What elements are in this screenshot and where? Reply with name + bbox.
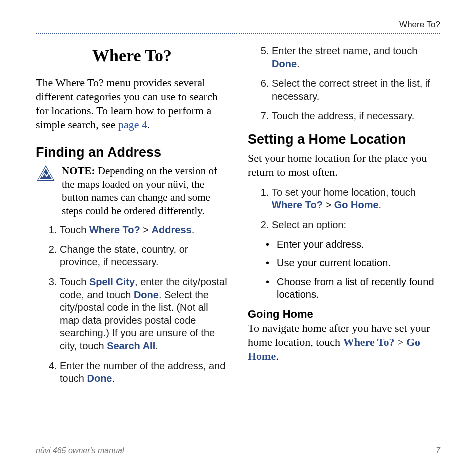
- content-columns: Where To? The Where To? menu provides se…: [36, 45, 440, 430]
- home-options: Enter your address. Use your current loc…: [248, 238, 440, 301]
- page: Where To? Where To? The Where To? menu p…: [36, 0, 440, 476]
- chapter-title: Where To?: [36, 45, 228, 67]
- home-steps: To set your home location, touch Where T…: [248, 186, 440, 232]
- finding-address-steps-cont: Enter the street name, and touch Done. S…: [248, 45, 440, 123]
- note-block: NOTE: Depending on the version of the ma…: [36, 164, 228, 218]
- intro-paragraph: The Where To? menu provides several diff…: [36, 76, 228, 132]
- step-6: Select the correct street in the list, i…: [272, 77, 440, 103]
- cmd-search-all: Search All: [107, 340, 155, 351]
- note-label: NOTE:: [62, 165, 95, 177]
- step-4: Enter the number of the address, and tou…: [60, 360, 228, 385]
- running-header: Where To?: [36, 0, 440, 34]
- step-2: Change the state, country, or province, …: [60, 243, 228, 269]
- column-right: Enter the street name, and touch Done. S…: [248, 45, 440, 430]
- going-home-paragraph: To navigate home after you have set your…: [248, 321, 440, 363]
- column-left: Where To? The Where To? menu provides se…: [36, 45, 228, 430]
- cmd-done: Done: [272, 58, 297, 69]
- step-3: Touch Spell City, enter the city/postal …: [60, 276, 228, 353]
- cmd-done: Done: [87, 373, 112, 384]
- cmd-go-home: Go Home: [334, 199, 379, 210]
- heading-going-home: Going Home: [248, 307, 440, 321]
- step-7: Touch the address, if necessary.: [272, 110, 440, 123]
- cmd-where-to: Where To?: [89, 224, 140, 235]
- heading-setting-home: Setting a Home Location: [248, 131, 440, 148]
- option-recent-list: Choose from a list of recently found loc…: [277, 276, 440, 301]
- page-number: 7: [436, 446, 440, 455]
- step-1: Touch Where To? > Address.: [60, 224, 228, 237]
- note-text: NOTE: Depending on the version of the ma…: [62, 164, 228, 218]
- home-step-2: Select an option:: [272, 219, 440, 232]
- home-step-1: To set your home location, touch Where T…: [272, 186, 440, 212]
- page-footer: nüvi 465 owner's manual 7: [36, 446, 440, 455]
- cmd-done: Done: [134, 289, 159, 300]
- finding-address-steps: Touch Where To? > Address. Change the st…: [36, 224, 228, 385]
- warning-icon: [36, 164, 56, 184]
- page-4-link[interactable]: page 4: [118, 118, 147, 131]
- cmd-where-to: Where To?: [272, 199, 323, 210]
- footer-manual-title: nüvi 465 owner's manual: [36, 446, 124, 455]
- option-enter-address: Enter your address.: [277, 238, 440, 251]
- cmd-spell-city: Spell City: [89, 276, 135, 287]
- home-intro: Set your home location for the place you…: [248, 151, 440, 179]
- intro-text-after: .: [147, 118, 150, 131]
- heading-finding-address: Finding an Address: [36, 144, 228, 161]
- step-5: Enter the street name, and touch Done.: [272, 45, 440, 70]
- cmd-address: Address: [152, 224, 192, 235]
- option-current-location: Use your current location.: [277, 257, 440, 270]
- cmd-where-to: Where To?: [343, 336, 395, 348]
